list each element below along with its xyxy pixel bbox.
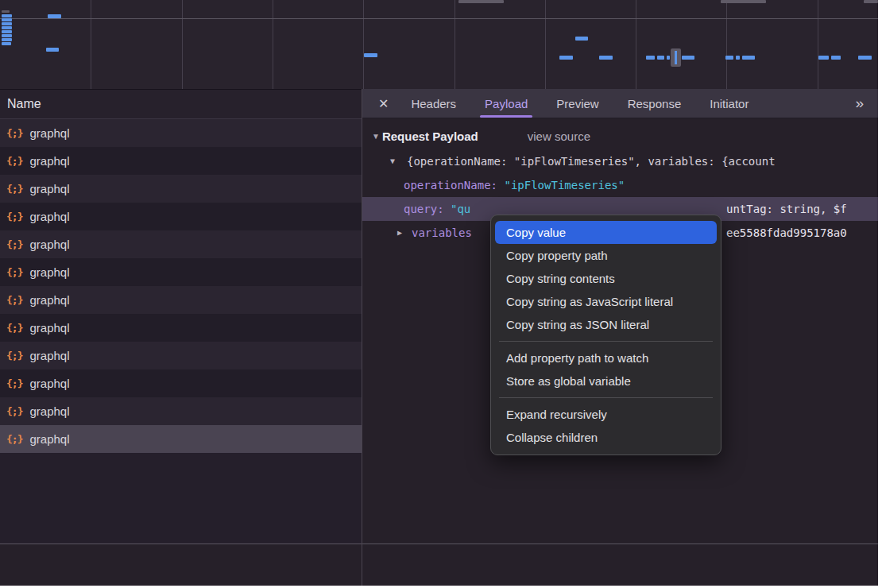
menu-item-store-as-global-variable[interactable]: Store as global variable [491,369,721,393]
fetch-json-icon: {;} [6,175,22,203]
request-name-label: graphql [29,425,69,453]
view-source-link[interactable]: view source [528,130,590,143]
fetch-json-icon: {;} [6,230,22,258]
request-timing-bar [559,56,573,60]
fetch-json-icon: {;} [6,342,22,369]
timeline-gridline [818,0,818,89]
request-row[interactable]: {;}graphql [0,369,362,397]
request-row[interactable]: {;}graphql [0,425,362,453]
request-name-label: graphql [29,286,69,314]
request-row[interactable]: {;}graphql [0,397,362,425]
timeline-gridline [726,0,727,89]
menu-item-expand-recursively[interactable]: Expand recursively [491,403,721,426]
request-timing-bar [721,0,766,3]
menu-item-add-property-path-to-watch[interactable]: Add property path to watch [491,346,721,369]
payload-root-row[interactable]: ▼ {operationName: "ipFlowTimeseries", va… [362,149,878,173]
timeline-gridline [363,0,364,89]
fetch-json-icon: {;} [6,147,22,175]
menu-divider [499,341,713,342]
property-value: "ipFlowTimeseries" [504,179,625,191]
network-overview-timeline[interactable] [0,0,878,89]
request-name-label: graphql [29,342,69,369]
collapse-twisty-icon[interactable]: ▼ [390,149,395,173]
menu-item-copy-value[interactable]: Copy value [495,221,717,244]
property-value-continued: untTag: string, $f [726,197,847,221]
request-timing-bar [646,56,655,60]
request-timing-bar [46,48,59,52]
expand-twisty-icon[interactable]: ▶ [397,221,402,245]
request-row[interactable]: {;}graphql [0,147,362,175]
request-timing-bar [2,14,12,17]
request-name-label: graphql [29,175,69,203]
request-row[interactable]: {;}graphql [0,119,362,147]
request-timing-bar [725,56,733,60]
request-name-label: graphql [29,147,69,175]
request-timing-bar [575,37,588,41]
menu-item-collapse-children[interactable]: Collapse children [491,426,721,449]
request-timing-bar [864,0,878,3]
fetch-json-icon: {;} [6,258,22,286]
request-timing-bar [736,56,740,60]
request-row[interactable]: {;}graphql [0,342,362,369]
menu-item-copy-string-as-json-literal[interactable]: Copy string as JSON literal [491,313,721,336]
payload-row-operationname[interactable]: operationName: "ipFlowTimeseries" [362,173,878,197]
request-timing-bar [364,53,377,57]
request-timing-bar [2,26,12,29]
tab-preview[interactable]: Preview [542,89,613,118]
request-row[interactable]: {;}graphql [0,175,362,203]
request-timing-bar [2,34,12,37]
request-row[interactable]: {;}graphql [0,314,362,342]
tab-headers[interactable]: Headers [397,89,470,118]
menu-divider [499,397,713,398]
close-icon[interactable]: ✕ [362,96,397,111]
tab-payload[interactable]: Payload [470,89,542,118]
request-timing-bar [657,56,664,60]
timeline-gridline [91,0,91,89]
request-timing-bar [2,30,12,33]
request-list: {;}graphql{;}graphql{;}graphql{;}graphql… [0,119,362,453]
request-name-label: graphql [29,397,69,425]
timeline-hover-marker-bar [675,51,677,64]
timeline-gridline [273,0,273,89]
property-value: "qu [451,203,470,215]
timeline-gridline [636,0,636,89]
devtools-window: Name {;}graphql{;}graphql{;}graphql{;}gr… [0,0,878,586]
fetch-json-icon: {;} [6,286,22,314]
request-name-label: graphql [29,203,69,230]
pane-splitter[interactable] [362,89,362,586]
request-timing-bar [831,56,841,60]
tab-initiator[interactable]: Initiator [695,89,763,118]
request-name-label: graphql [29,314,69,342]
fetch-json-icon: {;} [6,369,22,397]
request-timing-bar [2,42,11,45]
summary-footer [0,544,878,586]
fetch-json-icon: {;} [6,203,22,230]
request-timing-bar [599,56,613,60]
request-name-label: graphql [29,230,69,258]
request-timing-bar [2,22,12,25]
more-tabs-icon[interactable]: » [841,95,878,112]
request-row[interactable]: {;}graphql [0,230,362,258]
request-timing-bar [682,56,694,60]
menu-item-copy-string-contents[interactable]: Copy string contents [491,267,721,290]
menu-item-copy-property-path[interactable]: Copy property path [491,244,721,267]
request-row[interactable]: {;}graphql [0,258,362,286]
timeline-gridline [545,0,546,89]
request-row[interactable]: {;}graphql [0,203,362,230]
request-timing-bar [2,10,10,13]
devtools-context-menu: Copy valueCopy property pathCopy string … [490,215,721,455]
tab-strip: HeadersPayloadPreviewResponseInitiator [397,89,763,118]
request-row[interactable]: {;}graphql [0,286,362,314]
name-column-header[interactable]: Name [0,89,362,119]
request-name-label: graphql [29,258,69,286]
request-timing-bar [818,56,829,60]
details-tab-bar: ✕ HeadersPayloadPreviewResponseInitiator… [362,89,878,118]
menu-item-copy-string-as-javascript-literal[interactable]: Copy string as JavaScript literal [491,290,721,313]
property-value-continued: ee5588fdad995178a0 [726,221,847,245]
request-name-label: graphql [29,369,69,397]
tab-response[interactable]: Response [613,89,696,118]
payload-root-preview: {operationName: "ipFlowTimeseries", vari… [407,155,776,168]
section-collapse-icon[interactable]: ▼ [372,132,380,141]
timeline-gridline [182,0,183,89]
request-timing-bar [2,18,12,21]
